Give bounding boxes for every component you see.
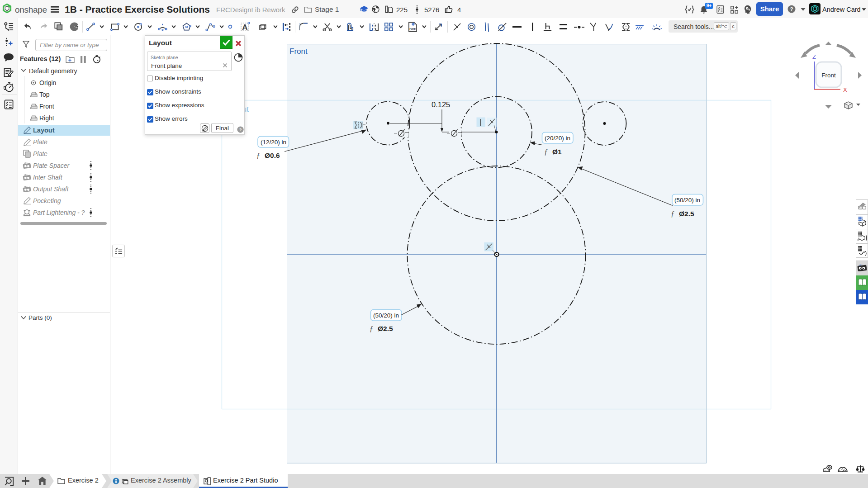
svg-text:(20/20) in: (20/20) in xyxy=(545,135,570,142)
svg-text:0.125: 0.125 xyxy=(432,100,450,109)
svg-text:Ø2.5: Ø2.5 xyxy=(378,325,393,332)
svg-text:Ø1: Ø1 xyxy=(552,148,562,156)
svg-text:(50/20) in: (50/20) in xyxy=(674,197,700,204)
svg-text:ƒ: ƒ xyxy=(671,210,674,218)
svg-text:Z: Z xyxy=(812,53,816,60)
svg-text:Ø2.5: Ø2.5 xyxy=(679,210,694,218)
svg-text:ƒ: ƒ xyxy=(544,148,548,156)
svg-text:ƒ: ƒ xyxy=(256,152,260,159)
svg-text:A: A xyxy=(242,23,247,32)
svg-text:Front: Front xyxy=(289,47,308,56)
svg-text:?: ? xyxy=(790,6,793,12)
svg-text:(50/20) in: (50/20) in xyxy=(373,312,399,319)
svg-text:DXF: DXF xyxy=(409,28,416,31)
svg-text:Front: Front xyxy=(821,72,836,79)
svg-text:(12/20) in: (12/20) in xyxy=(261,139,286,146)
svg-text:?: ? xyxy=(239,127,242,132)
svg-text:X: X xyxy=(843,86,847,93)
svg-text:ƒ: ƒ xyxy=(370,325,373,332)
svg-text:Ø0.6: Ø0.6 xyxy=(265,152,280,159)
